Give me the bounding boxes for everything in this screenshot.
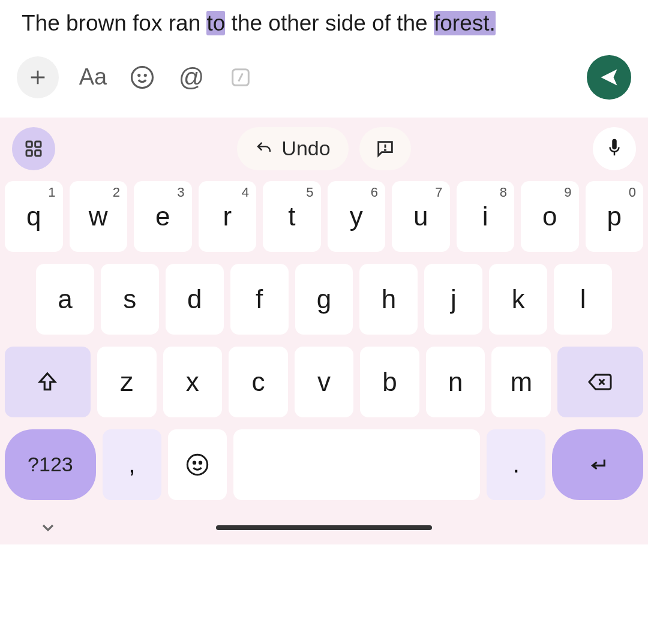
keyboard-row-3: zxcvbnm [5,347,643,417]
svg-point-11 [193,462,195,464]
key-h[interactable]: h [359,264,418,335]
key-c[interactable]: c [229,347,288,417]
space-key[interactable] [233,429,480,500]
on-screen-keyboard: Undo q1w2e3r4t5y6u7i8o9p0 asdfghjkl zxcv… [0,118,648,544]
svg-point-10 [187,455,207,474]
symbols-key[interactable]: ?123 [5,429,96,500]
keyboard-rows: q1w2e3r4t5y6u7i8o9p0 asdfghjkl zxcvbnm [0,177,648,417]
home-handle[interactable] [216,525,432,530]
key-x[interactable]: x [163,347,223,417]
svg-rect-4 [26,142,32,147]
shift-icon [36,371,59,393]
svg-rect-5 [35,142,41,147]
undo-icon [255,140,273,158]
send-button[interactable] [587,55,631,100]
emoji-key[interactable] [168,429,227,500]
key-t[interactable]: t5 [263,181,321,252]
key-d[interactable]: d [166,264,224,335]
svg-rect-7 [35,151,41,156]
key-r[interactable]: r4 [199,181,257,252]
enter-key[interactable] [552,429,643,500]
key-g[interactable]: g [295,264,353,335]
key-n[interactable]: n [426,347,485,417]
svg-point-12 [199,462,201,464]
send-icon [598,67,620,88]
key-u[interactable]: u7 [392,181,450,252]
svg-point-8 [385,149,385,150]
format-icon: Aa [79,64,107,90]
collapse-keyboard-button[interactable] [36,516,60,540]
slash-command-icon [229,65,253,89]
emoji-keyboard-icon [185,453,209,477]
enter-icon [586,455,610,475]
key-z[interactable]: z [97,347,157,417]
key-w[interactable]: w2 [70,181,128,252]
key-v[interactable]: v [295,347,354,417]
key-b[interactable]: b [360,347,419,417]
mic-icon [605,137,623,160]
key-y[interactable]: y6 [328,181,386,252]
undo-suggestion[interactable]: Undo [237,127,348,170]
compose-toolbar: Aa @ [0,44,648,118]
plus-icon [28,67,48,88]
shift-key[interactable] [5,347,91,417]
keyboard-row-1: q1w2e3r4t5y6u7i8o9p0 [5,181,643,252]
slash-button[interactable] [226,62,256,92]
key-i[interactable]: i8 [457,181,515,252]
key-k[interactable]: k [489,264,547,335]
navigation-bar [0,510,648,544]
key-f[interactable]: f [230,264,289,335]
key-o[interactable]: o9 [521,181,579,252]
message-text[interactable]: The brown fox ran to the other side of t… [0,0,648,44]
backspace-key[interactable] [557,347,643,417]
key-p[interactable]: p0 [586,181,644,252]
svg-point-1 [139,74,140,76]
key-l[interactable]: l [554,264,612,335]
svg-point-0 [132,67,153,88]
key-s[interactable]: s [101,264,159,335]
key-e[interactable]: e3 [134,181,192,252]
keyboard-top-row: Undo [0,118,648,177]
key-m[interactable]: m [491,347,551,417]
grid-icon [24,139,43,158]
key-a[interactable]: a [36,264,94,335]
chevron-down-icon [38,518,58,537]
feedback-suggestion[interactable] [359,127,411,170]
backspace-icon [587,371,613,393]
at-icon: @ [179,63,205,92]
smile-icon [130,65,155,90]
key-j[interactable]: j [424,264,482,335]
svg-point-2 [145,74,146,76]
comma-key[interactable]: , [103,429,161,500]
keyboard-row-2: asdfghjkl [5,264,643,335]
voice-input-button[interactable] [593,127,636,170]
attach-button[interactable] [17,56,59,98]
keyboard-row-4: ?123 , . [0,429,648,500]
keyboard-apps-button[interactable] [12,127,55,170]
emoji-button[interactable] [127,62,157,92]
mention-button[interactable]: @ [176,62,206,92]
key-q[interactable]: q1 [5,181,63,252]
feedback-icon [375,139,395,159]
period-key[interactable]: . [487,429,545,500]
undo-label: Undo [281,137,330,160]
svg-rect-9 [612,139,617,150]
svg-rect-6 [26,151,32,156]
format-button[interactable]: Aa [78,62,108,92]
